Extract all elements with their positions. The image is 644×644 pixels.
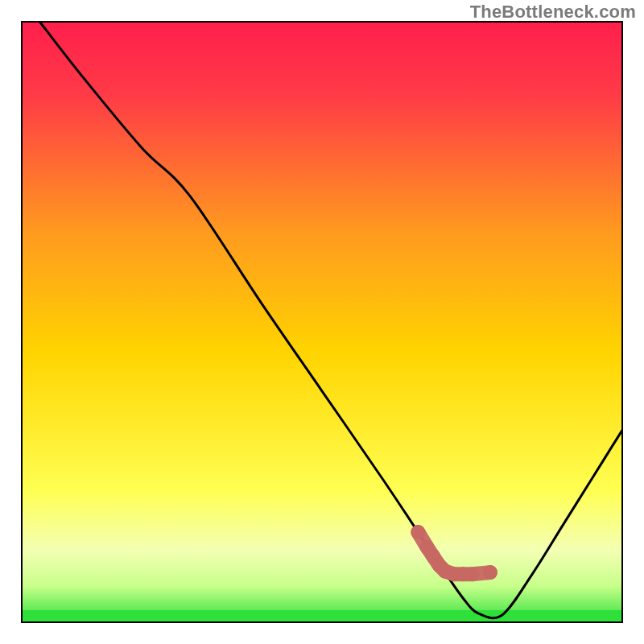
chart-container: { "watermark": "TheBottleneck.com", "col…: [0, 0, 644, 644]
highlight-dot: [465, 567, 480, 581]
highlight-dot: [483, 565, 497, 580]
highlight-dot: [411, 525, 425, 539]
green-baseline-band: [22, 610, 622, 622]
bottleneck-chart: [0, 0, 644, 644]
